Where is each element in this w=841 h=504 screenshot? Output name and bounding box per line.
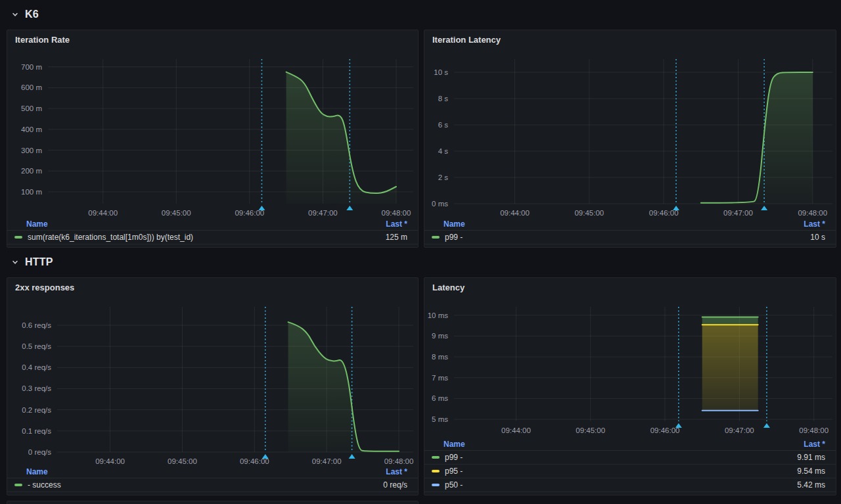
svg-text:9 ms: 9 ms [432, 332, 448, 340]
legend-iteration-latency: NameLast *p99 -10 s [424, 218, 836, 244]
series-name[interactable]: p50 - [445, 480, 797, 490]
series-color-swatch [432, 470, 440, 472]
legend-sort-name[interactable]: Name [443, 219, 465, 229]
panel-2xx-responses: 2xx responses 0.6 req/s0.5 req/s0.4 req/… [7, 277, 419, 495]
legend-iteration-rate: NameLast *sum(rate(k6_iterations_total[1… [7, 218, 418, 244]
legend-sort-last[interactable]: Last * [386, 219, 407, 229]
series-last-value: 9.91 ms [797, 453, 825, 462]
series-name[interactable]: sum(rate(k6_iterations_total[1m0s])) by(… [28, 233, 386, 242]
svg-text:0.1 req/s: 0.1 req/s [22, 427, 51, 435]
svg-text:10 ms: 10 ms [428, 311, 449, 319]
svg-text:09:48:00: 09:48:00 [382, 209, 411, 217]
svg-text:700 m: 700 m [21, 63, 42, 71]
svg-text:09:46:00: 09:46:00 [650, 426, 680, 434]
legend-2xx-responses: NameLast *- success0 req/s [7, 466, 418, 492]
svg-text:09:45:00: 09:45:00 [574, 209, 604, 217]
chevron-down-icon [11, 258, 20, 267]
svg-text:400 m: 400 m [21, 126, 42, 133]
series-last-value: 9.54 ms [797, 467, 825, 476]
svg-text:4 s: 4 s [438, 147, 449, 155]
dashboard: K6 HTTP Iteration Rate 700 m600 m500 m40… [0, 0, 841, 504]
chevron-down-icon [11, 10, 20, 19]
legend-sort-last[interactable]: Last * [804, 219, 825, 229]
svg-text:300 m: 300 m [21, 147, 42, 154]
svg-text:09:47:00: 09:47:00 [312, 457, 342, 465]
legend-row: sum(rate(k6_iterations_total[1m0s])) by(… [7, 231, 418, 244]
svg-text:10 s: 10 s [434, 68, 448, 76]
svg-text:09:47:00: 09:47:00 [308, 209, 338, 217]
series-color-swatch [432, 484, 440, 486]
svg-text:8 ms: 8 ms [432, 353, 448, 361]
svg-text:0.2 req/s: 0.2 req/s [22, 406, 51, 414]
svg-text:0.4 req/s: 0.4 req/s [22, 363, 51, 371]
legend-sort-name[interactable]: Name [26, 467, 48, 476]
svg-text:0 ms: 0 ms [432, 200, 448, 208]
series-name[interactable]: p95 - [445, 467, 797, 476]
section-title: K6 [25, 9, 39, 20]
svg-text:09:45:00: 09:45:00 [576, 426, 605, 434]
svg-text:7 ms: 7 ms [432, 374, 448, 382]
series-last-value: 125 m [386, 233, 407, 242]
legend-latency: NameLast *p99 -9.91 msp95 -9.54 msp50 -5… [424, 438, 836, 492]
legend-sort-name[interactable]: Name [443, 440, 465, 449]
svg-text:6 s: 6 s [438, 121, 449, 129]
svg-text:09:47:00: 09:47:00 [725, 426, 754, 434]
legend-row: p95 -9.54 ms [424, 465, 836, 478]
section-title: HTTP [25, 256, 53, 268]
svg-text:0 req/s: 0 req/s [28, 448, 51, 456]
svg-text:09:45:00: 09:45:00 [168, 457, 197, 465]
section-toggle-k6[interactable]: K6 [11, 9, 39, 20]
timeseries-chart-2xx-responses[interactable]: 0.6 req/s0.5 req/s0.4 req/s0.3 req/s0.2 … [7, 278, 418, 495]
panel-iteration-rate: Iteration Rate 700 m600 m500 m400 m300 m… [7, 30, 419, 248]
svg-text:09:48:00: 09:48:00 [799, 426, 829, 434]
svg-text:0.5 req/s: 0.5 req/s [22, 342, 51, 350]
svg-text:8 s: 8 s [438, 95, 449, 103]
legend-sort-last[interactable]: Last * [386, 467, 407, 476]
legend-row: - success0 req/s [7, 478, 418, 492]
section-toggle-http[interactable]: HTTP [11, 256, 53, 268]
series-color-swatch [14, 236, 22, 239]
svg-text:09:48:00: 09:48:00 [798, 209, 827, 217]
legend-row: p99 -9.91 ms [424, 451, 836, 465]
panel-next-row-sliver [7, 501, 419, 504]
svg-text:09:44:00: 09:44:00 [88, 209, 118, 217]
panel-latency: Latency 10 ms9 ms8 ms7 ms6 ms5 ms09:44:0… [424, 277, 836, 495]
svg-text:0.6 req/s: 0.6 req/s [22, 321, 51, 329]
series-last-value: 5.42 ms [797, 480, 825, 490]
svg-text:600 m: 600 m [21, 83, 42, 91]
legend-row: p50 -5.42 ms [424, 478, 836, 492]
series-color-swatch [432, 236, 440, 239]
series-color-swatch [432, 456, 440, 459]
legend-row: p99 -10 s [424, 231, 836, 244]
svg-text:09:44:00: 09:44:00 [501, 426, 531, 434]
series-name[interactable]: p99 - [445, 233, 810, 242]
svg-text:6 ms: 6 ms [432, 394, 448, 402]
timeseries-chart-iteration-latency[interactable]: 10 s8 s6 s4 s2 s0 ms09:44:0009:45:0009:4… [424, 30, 836, 247]
svg-text:09:44:00: 09:44:00 [500, 209, 530, 217]
svg-text:100 m: 100 m [21, 188, 42, 196]
svg-text:09:48:00: 09:48:00 [384, 457, 414, 465]
series-last-value: 10 s [810, 233, 825, 242]
series-last-value: 0 req/s [383, 480, 407, 490]
svg-text:09:45:00: 09:45:00 [162, 209, 191, 217]
svg-text:2 s: 2 s [438, 173, 449, 181]
timeseries-chart-iteration-rate[interactable]: 700 m600 m500 m400 m300 m200 m100 m09:44… [7, 30, 418, 247]
legend-sort-name[interactable]: Name [26, 219, 48, 229]
svg-text:0.3 req/s: 0.3 req/s [22, 384, 51, 392]
svg-text:200 m: 200 m [21, 167, 42, 175]
svg-text:09:47:00: 09:47:00 [723, 209, 753, 217]
series-name[interactable]: - success [28, 480, 383, 490]
series-color-swatch [14, 484, 22, 486]
series-name[interactable]: p99 - [445, 453, 797, 462]
svg-text:5 ms: 5 ms [432, 415, 448, 423]
svg-text:500 m: 500 m [21, 104, 42, 112]
svg-text:09:44:00: 09:44:00 [95, 457, 125, 465]
panel-iteration-latency: Iteration Latency 10 s8 s6 s4 s2 s0 ms09… [424, 30, 836, 248]
legend-sort-last[interactable]: Last * [804, 440, 825, 449]
